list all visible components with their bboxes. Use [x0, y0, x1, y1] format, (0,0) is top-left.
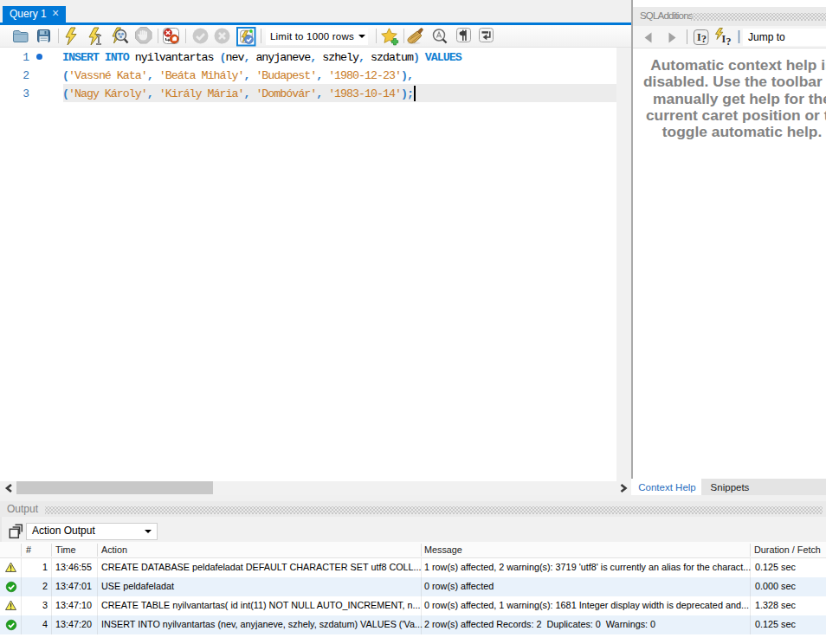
svg-text:?: ?: [726, 35, 732, 48]
svg-text:?: ?: [701, 33, 707, 45]
